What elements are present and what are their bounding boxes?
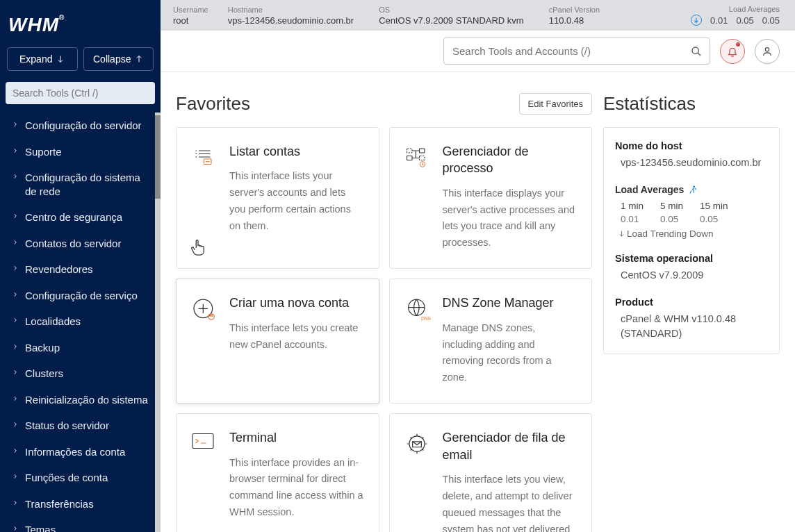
sidebar-item-label: Backup — [25, 341, 60, 355]
sidebar-item[interactable]: Revendedores — [0, 256, 161, 283]
sidebar-item[interactable]: Configuração do sistema de rede — [0, 165, 161, 204]
sidebar-nav: Configuração do servidorSuporteConfigura… — [0, 113, 161, 532]
chevron-right-icon — [13, 499, 18, 506]
list-accounts-icon — [190, 143, 217, 251]
svg-rect-4 — [407, 156, 412, 160]
sidebar-item[interactable]: Localidades — [0, 308, 161, 335]
sidebar-item[interactable]: Clusters — [0, 360, 161, 387]
sidebar-item-label: Configuração de serviço — [25, 289, 138, 303]
sidebar-item[interactable]: Contatos do servidor — [0, 231, 161, 257]
stats-trend: Load Trending Down — [627, 228, 714, 239]
svg-point-9 — [208, 314, 214, 319]
svg-text:DNS: DNS — [421, 316, 432, 321]
sidebar-item[interactable]: Centro de segurança — [0, 204, 161, 231]
mail-queue-icon — [404, 429, 430, 532]
svg-rect-6 — [419, 156, 425, 160]
sidebar-item[interactable]: Informações da conta — [0, 439, 161, 465]
sidebar-item-label: Status do servidor — [25, 419, 109, 433]
card-title: Listar contas — [229, 143, 365, 160]
collapse-up-icon — [135, 55, 143, 63]
sidebar-item-label: Suporte — [25, 145, 62, 159]
favorite-card[interactable]: Gerenciador de fila de emailThis interfa… — [389, 413, 593, 532]
edit-favorites-button[interactable]: Edit Favorites — [519, 93, 592, 115]
status-cpanel-version: cPanel Version 110.0.48 — [549, 6, 600, 26]
sidebar-item-label: Funções de conta — [25, 471, 108, 485]
favorite-card[interactable]: Criar uma nova contaThis interface lets … — [176, 279, 379, 404]
expand-button[interactable]: Expand — [7, 47, 78, 71]
sidebar-item-label: Reinicialização do sistema — [25, 393, 148, 407]
sidebar-item[interactable]: Suporte — [0, 139, 161, 165]
favorites-grid: Listar contasThis interface lists your s… — [176, 127, 592, 532]
stats-os-value: CentOS v7.9.2009 — [621, 268, 768, 283]
sidebar-item[interactable]: Configuração do servidor — [0, 113, 161, 139]
status-hostname: Hostname vps-123456.seudominio.com.br — [228, 6, 354, 26]
account-button[interactable] — [755, 39, 780, 64]
sidebar-scroll-thumb[interactable] — [155, 115, 161, 199]
chevron-right-icon — [13, 525, 18, 532]
stats-title: Estatísticas — [603, 93, 780, 115]
chevron-right-icon — [13, 473, 18, 480]
stats-box: Nome do host vps-123456.seudominio.com.b… — [603, 127, 780, 354]
sidebar-item[interactable]: Configuração de serviço — [0, 283, 161, 309]
stats-product-value: cPanel & WHM v110.0.48 (STANDARD) — [621, 312, 768, 341]
chevron-right-icon — [13, 395, 18, 402]
sidebar-item[interactable]: Temas — [0, 517, 161, 532]
sidebar-item[interactable]: Transferências — [0, 491, 161, 517]
card-description: Manage DNS zones, including adding and r… — [443, 320, 578, 387]
sidebar-item-label: Configuração do servidor — [25, 119, 142, 133]
sidebar-item-label: Transferências — [25, 497, 94, 511]
favorite-card[interactable]: Listar contasThis interface lists your s… — [176, 127, 379, 269]
sidebar-item-label: Informações da conta — [25, 445, 125, 459]
dns-zone-icon: DNS — [404, 294, 430, 386]
chevron-right-icon — [13, 265, 18, 272]
favorites-title: Favorites — [176, 93, 250, 115]
sidebar-item[interactable]: Reinicialização do sistema — [0, 387, 161, 413]
card-title: Criar uma nova conta — [229, 294, 365, 311]
process-manager-icon — [404, 143, 430, 251]
notification-dot-icon — [736, 42, 740, 47]
chevron-right-icon — [13, 447, 18, 454]
sidebar: WHM® Expand Collapse Configuração do ser… — [0, 0, 161, 532]
running-icon — [688, 185, 698, 194]
sidebar-item-label: Localidades — [25, 315, 81, 329]
stats-os-label: Sistema operacional — [615, 253, 768, 264]
card-title: Gerenciador de processo — [443, 143, 578, 177]
favorite-card[interactable]: DNSDNS Zone ManagerManage DNS zones, inc… — [389, 279, 593, 404]
sidebar-search-input[interactable] — [6, 82, 155, 104]
top-status-bar: Username root Hostname vps-123456.seudom… — [161, 0, 795, 31]
chevron-right-icon — [13, 291, 18, 298]
main-search-input[interactable] — [443, 38, 710, 65]
logo: WHM® — [0, 0, 161, 47]
card-description: This interface provides an in-browser te… — [229, 455, 365, 522]
card-title: DNS Zone Manager — [443, 294, 578, 311]
sidebar-item-label: Temas — [25, 523, 56, 532]
svg-point-10 — [211, 315, 213, 317]
favorite-card[interactable]: TerminalThis interface provides an in-br… — [176, 413, 379, 532]
sidebar-item[interactable]: Backup — [0, 335, 161, 361]
favorite-card[interactable]: Gerenciador de processoThis interface di… — [389, 127, 593, 269]
create-account-icon — [190, 294, 217, 386]
svg-point-15 — [694, 185, 695, 187]
sidebar-item-label: Configuração do sistema de rede — [25, 171, 151, 198]
sidebar-item[interactable]: Funções de conta — [0, 465, 161, 491]
sidebar-item[interactable]: Status do servidor — [0, 413, 161, 439]
search-icon — [691, 46, 702, 57]
expand-down-icon — [56, 55, 65, 63]
sidebar-item-label: Centro de segurança — [25, 210, 122, 224]
terminal-icon — [190, 429, 217, 532]
expand-label: Expand — [19, 53, 52, 65]
sidebar-scrollbar[interactable] — [155, 113, 161, 532]
status-os: OS CentOS v7.9.2009 STANDARD kvm — [379, 6, 524, 26]
chevron-right-icon — [13, 121, 18, 128]
status-username: Username root — [173, 6, 208, 26]
chevron-right-icon — [13, 239, 18, 246]
notifications-button[interactable] — [720, 39, 745, 64]
chevron-right-icon — [13, 343, 18, 350]
card-description: This interface lets you view, delete, an… — [443, 472, 578, 532]
sidebar-item-label: Revendedores — [25, 263, 93, 276]
card-title: Gerenciador de fila de email — [443, 429, 578, 463]
load-down-icon — [691, 15, 702, 26]
stats-load-label: Load Averages — [615, 184, 684, 195]
chevron-right-icon — [13, 213, 18, 219]
collapse-button[interactable]: Collapse — [83, 47, 154, 71]
